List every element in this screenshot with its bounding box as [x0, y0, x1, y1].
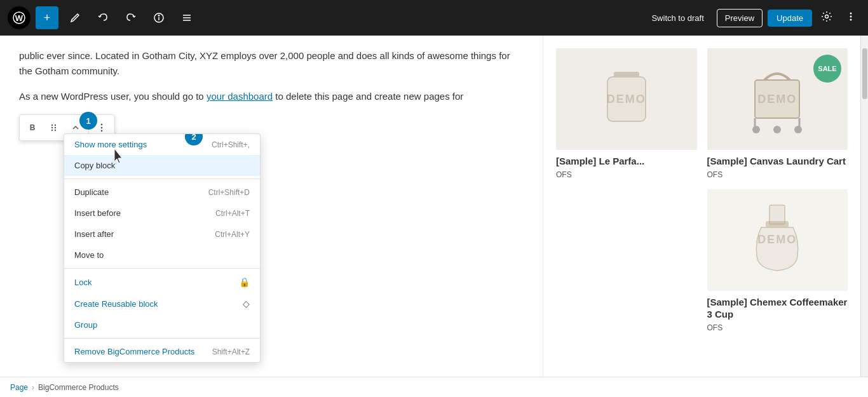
editor-paragraph-1: public ever since. Located in Gotham Cit…	[19, 48, 524, 79]
duplicate-shortcut: Ctrl+Shift+D	[208, 188, 250, 197]
insert-before-item[interactable]: Insert before Ctrl+Alt+T	[64, 203, 260, 224]
preview-button[interactable]: Preview	[717, 9, 763, 27]
svg-point-8	[825, 15, 829, 18]
editor-area: public ever since. Located in Gotham Cit…	[0, 36, 543, 377]
insert-before-label: Insert before	[74, 208, 121, 218]
right-actions: Switch to draft Preview Update	[644, 7, 860, 29]
update-button[interactable]: Update	[768, 10, 812, 27]
sale-badge: SALE	[813, 55, 841, 83]
breadcrumb-bar: Page › BigCommerce Products	[0, 377, 868, 397]
wordpress-logo[interactable]: W	[8, 6, 31, 29]
step-2-badge: 2	[185, 133, 203, 145]
block-type-button[interactable]: B	[22, 118, 43, 138]
insert-after-item[interactable]: Insert after Ctrl+Alt+Y	[64, 224, 260, 245]
show-more-settings-shortcut: Ctrl+Shift+,	[212, 140, 250, 149]
info-button[interactable]	[147, 6, 170, 29]
lock-item[interactable]: Lock 🔒	[64, 271, 260, 293]
svg-point-19	[101, 127, 103, 129]
context-menu: 2 Show more settings Ctrl+Shift+, Copy b…	[64, 133, 261, 363]
svg-point-29	[794, 126, 802, 133]
breadcrumb-separator: ›	[32, 383, 34, 392]
svg-point-28	[752, 126, 760, 133]
svg-point-20	[101, 130, 103, 132]
svg-point-30	[773, 126, 781, 133]
editor-paragraph-2: As a new WordPress user, you should go t…	[19, 89, 524, 104]
create-reusable-label: Create Reusable block	[74, 299, 158, 309]
block-toolbar-wrapper: B ▼	[19, 114, 524, 141]
undo-button[interactable]	[92, 6, 114, 29]
remove-label: Remove BigCommerce Products	[74, 347, 194, 356]
product-image-2: SALE	[707, 48, 848, 150]
insert-after-label: Insert after	[74, 229, 114, 239]
insert-after-shortcut: Ctrl+Alt+Y	[215, 230, 250, 239]
product-name-3: [Sample] Chemex Coffeemaker 3 Cup	[707, 296, 848, 321]
add-block-button[interactable]: +	[36, 6, 58, 29]
demo-label-2: DEMO	[757, 93, 797, 106]
menu-divider-1	[64, 178, 260, 179]
drag-handle[interactable]	[44, 118, 64, 138]
scrollbar-thumb[interactable]	[862, 48, 867, 99]
show-more-settings-label: Show more settings	[74, 140, 147, 149]
svg-point-17	[55, 130, 56, 131]
products-area: DEMO [Sample] Le Parfa... OFS SALE	[543, 36, 860, 377]
product-image-3: DEMO	[707, 189, 848, 291]
svg-point-12	[51, 124, 53, 126]
product-image-1: DEMO	[556, 48, 697, 150]
show-more-settings-item[interactable]: Show more settings Ctrl+Shift+,	[64, 134, 260, 155]
lock-label: Lock	[74, 278, 92, 287]
remove-item[interactable]: Remove BigCommerce Products Shift+Alt+Z	[64, 341, 260, 362]
duplicate-label: Duplicate	[74, 187, 109, 197]
redo-button[interactable]	[119, 6, 142, 29]
product-grid: DEMO [Sample] Le Parfa... OFS SALE	[556, 48, 848, 332]
list-view-button[interactable]	[175, 6, 198, 29]
product-card-3[interactable]: DEMO [Sample] Chemex Coffeemaker 3 Cup O…	[707, 189, 848, 332]
more-options-button[interactable]	[841, 7, 860, 29]
scrollbar[interactable]	[860, 36, 868, 377]
svg-point-13	[51, 127, 53, 128]
move-to-label: Move to	[74, 250, 104, 260]
svg-point-15	[55, 124, 56, 126]
svg-point-4	[158, 15, 159, 16]
step-1-badge: 1	[79, 112, 97, 130]
remove-shortcut: Shift+Alt+Z	[212, 347, 250, 356]
insert-before-shortcut: Ctrl+Alt+T	[215, 209, 250, 218]
copy-block-item[interactable]: Copy block	[64, 155, 260, 176]
edit-button[interactable]	[64, 6, 86, 29]
group-label: Group	[74, 320, 97, 330]
svg-text:W: W	[15, 13, 24, 23]
group-item[interactable]: Group	[64, 314, 260, 335]
product-name-1: [Sample] Le Parfa...	[556, 155, 697, 168]
product-price-3: OFS	[707, 323, 848, 332]
svg-point-18	[101, 124, 103, 126]
create-reusable-item[interactable]: Create Reusable block ◇	[64, 293, 260, 314]
svg-rect-22	[614, 72, 639, 77]
menu-divider-3	[64, 338, 260, 339]
product-price-2: OFS	[707, 170, 848, 179]
dashboard-link[interactable]: your dashboard	[207, 91, 273, 102]
demo-label-3: DEMO	[757, 233, 797, 246]
demo-label-1: DEMO	[607, 93, 646, 106]
duplicate-item[interactable]: Duplicate Ctrl+Shift+D	[64, 182, 260, 203]
breadcrumb-page[interactable]: Page	[10, 383, 28, 392]
svg-point-10	[850, 15, 852, 17]
breadcrumb-section: BigCommerce Products	[38, 383, 119, 392]
svg-rect-32	[766, 221, 789, 227]
reusable-icon: ◇	[243, 299, 250, 309]
product-name-2: [Sample] Canvas Laundry Cart	[707, 155, 848, 168]
menu-divider-2	[64, 268, 260, 269]
product-price-1: OFS	[556, 170, 697, 179]
product-card-2[interactable]: SALE	[707, 48, 848, 179]
svg-point-11	[850, 18, 852, 20]
top-toolbar: W +	[0, 0, 868, 36]
product-card-1[interactable]: DEMO [Sample] Le Parfa... OFS	[556, 48, 697, 179]
lock-icon: 🔒	[239, 277, 250, 287]
copy-block-label: Copy block	[74, 161, 115, 170]
switch-to-draft-button[interactable]: Switch to draft	[644, 10, 711, 27]
svg-point-14	[51, 130, 53, 131]
settings-icon-button[interactable]	[817, 7, 836, 29]
svg-point-9	[850, 12, 852, 14]
move-to-item[interactable]: Move to	[64, 245, 260, 266]
svg-point-16	[55, 127, 56, 128]
